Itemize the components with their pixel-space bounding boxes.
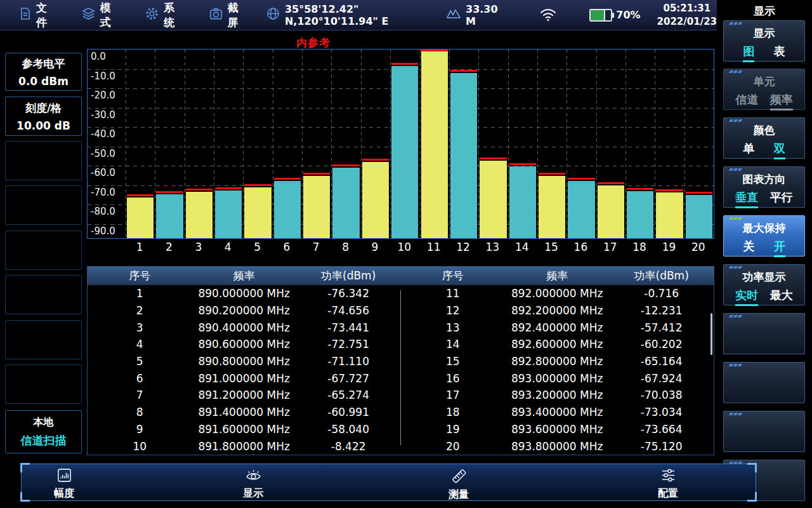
sliders-icon bbox=[660, 467, 676, 486]
table-cell: 2 bbox=[88, 304, 192, 317]
scale-value: 10.00 dB bbox=[6, 119, 81, 132]
layers-icon bbox=[82, 7, 95, 23]
sidebar-button-empty bbox=[723, 411, 805, 452]
tab-display[interactable]: 显示 bbox=[218, 467, 288, 500]
table-cell: -0.716 bbox=[609, 287, 713, 300]
table-scrollbar[interactable] bbox=[710, 313, 712, 355]
bar bbox=[509, 166, 536, 238]
table-cell: 891.200000 MHz bbox=[192, 389, 296, 401]
option-unselected[interactable]: 单 bbox=[743, 141, 754, 159]
option-unselected[interactable]: 最大 bbox=[770, 288, 793, 306]
table-row: 15892.800000 MHz-65.164 bbox=[401, 353, 714, 370]
menu-item-system[interactable]: 系统 bbox=[145, 1, 180, 30]
sidebar-button-chart-orientation[interactable]: 图表方向垂直平行 bbox=[723, 166, 805, 208]
option-selected[interactable]: 图 bbox=[743, 44, 754, 62]
x-axis-labels: 1234567891011121314151617181920 bbox=[87, 239, 714, 256]
option-unselected[interactable]: 平行 bbox=[770, 190, 793, 208]
wifi-icon bbox=[540, 8, 556, 22]
max-hold-cap bbox=[656, 189, 683, 191]
max-hold-cap bbox=[509, 163, 536, 165]
softkey-empty bbox=[5, 231, 82, 270]
x-tick-label: 17 bbox=[596, 241, 625, 253]
y-tick-label: -40.0 bbox=[91, 128, 115, 140]
grid-line bbox=[331, 50, 332, 238]
grid-line bbox=[478, 50, 479, 238]
table-row: 14892.600000 MHz-60.202 bbox=[401, 336, 714, 353]
status-area: 35°58'12.42" N,120°10'11.94" E 33.30 M 7… bbox=[266, 2, 717, 29]
corner-slashes-decoration bbox=[730, 119, 742, 122]
menu-item-mode[interactable]: 模式 bbox=[82, 1, 116, 30]
x-tick-label: 19 bbox=[654, 241, 683, 253]
grid-line bbox=[684, 50, 685, 238]
table-cell: 890.600000 MHz bbox=[192, 338, 296, 351]
option-selected[interactable]: 实时 bbox=[735, 288, 758, 306]
max-hold-cap bbox=[421, 50, 448, 51]
x-tick-label: 10 bbox=[390, 241, 419, 253]
table-cell: 3 bbox=[88, 321, 192, 334]
table-cell: 892.000000 MHz bbox=[505, 287, 609, 300]
table-cell: 892.600000 MHz bbox=[505, 338, 609, 351]
softkey-ref-level[interactable]: 参考电平 0.0 dBm bbox=[5, 53, 82, 91]
camera-icon bbox=[209, 8, 223, 23]
tab-amplitude[interactable]: 幅度 bbox=[29, 467, 99, 500]
menu-item-label: 系统 bbox=[164, 1, 180, 30]
grid-line bbox=[185, 50, 185, 238]
local-value: 信道扫描 bbox=[6, 433, 81, 448]
altitude-value: 33.30 M bbox=[466, 3, 501, 27]
grid-line bbox=[155, 50, 155, 238]
table-cell: -73.441 bbox=[296, 321, 400, 334]
max-hold-cap bbox=[539, 173, 565, 175]
table-header-cell: 频率 bbox=[192, 269, 296, 283]
sidebar-button-display-type[interactable]: 显示图表 bbox=[723, 20, 805, 62]
table-row: 19893.600000 MHz-73.664 bbox=[401, 421, 714, 438]
max-hold-cap bbox=[332, 164, 359, 166]
softkey-scale[interactable]: 刻度/格 10.00 dB bbox=[5, 97, 82, 136]
ref-level-value: 0.0 dBm bbox=[6, 75, 81, 88]
table-body: 1890.000000 MHz-76.3422890.200000 MHz-74… bbox=[88, 285, 714, 455]
sidebar-button-max-hold[interactable]: 最大保持关开 bbox=[723, 215, 805, 257]
option-selected[interactable]: 开 bbox=[774, 239, 785, 257]
table-row: 8891.400000 MHz-60.991 bbox=[88, 404, 401, 421]
sidebar-button-power-display[interactable]: 功率显示实时最大 bbox=[723, 264, 805, 305]
softkey-local-scan[interactable]: 本地 信道扫描 bbox=[5, 410, 82, 453]
bar bbox=[480, 161, 506, 238]
bar bbox=[127, 197, 154, 238]
table-cell: 6 bbox=[88, 372, 192, 385]
option-unselected[interactable]: 关 bbox=[743, 239, 754, 257]
option-selected[interactable]: 垂直 bbox=[735, 190, 758, 208]
x-tick-label: 12 bbox=[449, 241, 478, 253]
option-unselected[interactable]: 表 bbox=[774, 44, 785, 62]
tab-configure[interactable]: 配置 bbox=[633, 467, 703, 500]
bar bbox=[568, 181, 594, 238]
table-row: 9891.600000 MHz-58.040 bbox=[88, 421, 401, 438]
x-tick-label: 1 bbox=[125, 241, 154, 253]
sidebar-button-empty bbox=[723, 362, 805, 403]
softkey-empty bbox=[5, 185, 82, 225]
table-cell: -76.342 bbox=[296, 287, 400, 300]
table-row: 1890.000000 MHz-76.342 bbox=[88, 285, 401, 302]
table-header-cell: 频率 bbox=[505, 269, 609, 283]
max-hold-cap bbox=[391, 63, 418, 65]
bar bbox=[539, 176, 565, 238]
sidebar-button-color[interactable]: 颜色单双 bbox=[723, 117, 805, 159]
tab-measure[interactable]: 测量 bbox=[424, 467, 494, 502]
table-row: 17893.200000 MHz-70.038 bbox=[401, 387, 714, 404]
corner-slashes-decoration bbox=[730, 22, 742, 25]
table-cell: -75.120 bbox=[609, 440, 713, 453]
table-header-group: 序号频率功率(dBm) bbox=[88, 269, 401, 283]
ref-level-label: 参考电平 bbox=[6, 57, 81, 71]
battery-icon bbox=[589, 9, 612, 22]
x-tick-label: 18 bbox=[625, 241, 654, 253]
menu-item-file[interactable]: 文件 bbox=[19, 1, 53, 30]
altitude-icon bbox=[446, 8, 461, 22]
bar bbox=[274, 181, 301, 238]
right-panel-title: 显示 bbox=[717, 0, 812, 18]
grid-line bbox=[273, 50, 273, 238]
x-tick-label: 16 bbox=[566, 241, 595, 253]
x-tick-label: 7 bbox=[301, 241, 331, 253]
menu-item-screenshot[interactable]: 截屏 bbox=[209, 1, 244, 30]
max-hold-cap bbox=[627, 188, 653, 190]
grid-line bbox=[243, 50, 244, 238]
option-selected[interactable]: 双 bbox=[774, 141, 785, 159]
bar bbox=[598, 185, 624, 238]
